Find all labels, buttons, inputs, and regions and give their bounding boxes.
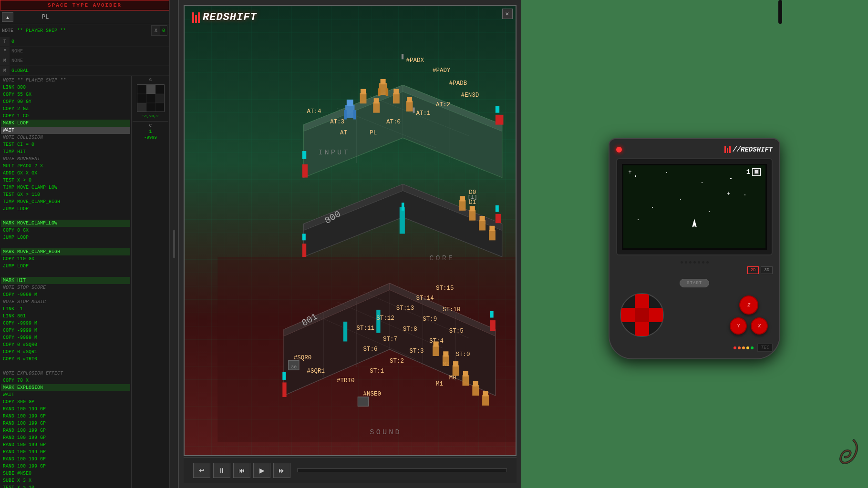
mode-2d-button[interactable]: 2D	[747, 266, 759, 274]
gb-score: 1 🔲	[746, 168, 761, 176]
svg-rect-53	[302, 244, 306, 257]
svg-text:ST:7: ST:7	[383, 336, 397, 343]
step-back-button[interactable]: ⏮	[233, 463, 250, 478]
svg-rect-118	[443, 356, 449, 366]
c-label: C	[149, 123, 152, 128]
close-button[interactable]: ✕	[502, 9, 513, 19]
svg-text:AT:4: AT:4	[307, 108, 321, 115]
svg-rect-21	[402, 54, 403, 59]
note-prefix: NOTE	[2, 28, 13, 33]
code-line: TJMP HIT	[1, 148, 130, 155]
gameboy-header: //REDSHIFT	[616, 146, 773, 153]
svg-rect-89	[343, 322, 347, 342]
title-bar: SPACE TYPE AVOIDER	[0, 0, 169, 10]
game-canvas-container[interactable]: REDSHIFT ✕	[184, 5, 517, 456]
svg-text:ST:15: ST:15	[436, 285, 454, 292]
svg-rect-64	[469, 210, 475, 221]
code-line: NOTE STOP MUSIC	[1, 298, 130, 305]
code-line	[1, 213, 130, 220]
star-9	[638, 219, 639, 220]
code-line: TEST GX > 110	[1, 191, 130, 198]
code-line: NOTE MOVEMENT	[1, 155, 130, 163]
star-6	[652, 207, 653, 208]
svg-rect-37	[393, 93, 400, 103]
svg-text:ST:14: ST:14	[416, 295, 434, 302]
z-button[interactable]: Z	[739, 295, 758, 315]
code-line: COPY 0 #TRI0	[1, 356, 130, 363]
svg-text:AT:0: AT:0	[386, 119, 401, 125]
code-line: RAND 100 199 GP	[1, 441, 130, 448]
svg-rect-126	[482, 395, 489, 406]
star-5	[744, 194, 745, 195]
svg-rect-62	[459, 200, 466, 211]
m-label-1: M	[0, 56, 10, 65]
code-line: RAND 100 199 GP	[1, 463, 130, 470]
svg-rect-36	[386, 88, 389, 96]
code-lines[interactable]: NOTE ** PLAYER SHIP ** LINK 800 COPY 55 …	[0, 76, 131, 488]
start-button[interactable]: START	[680, 279, 709, 287]
code-line-mark: MARK LOOP	[1, 120, 130, 127]
svg-text:ST:0: ST:0	[456, 351, 470, 358]
svg-rect-116	[433, 346, 439, 356]
star-7	[709, 211, 710, 212]
fast-forward-button[interactable]: ⏭	[273, 463, 290, 478]
code-line: LINK 801	[1, 313, 130, 320]
code-line: RAND 100 199 GP	[1, 427, 130, 434]
svg-rect-56	[496, 205, 499, 212]
code-line: RAND 100 199 GP	[1, 456, 130, 463]
action-buttons: Z Y X	[730, 295, 768, 335]
code-line: NOTE ** PLAYER SHIP **	[1, 77, 130, 84]
code-line: COPY 2 GZ	[1, 105, 130, 112]
svg-rect-69	[489, 226, 495, 231]
svg-text:INPUT: INPUT	[318, 148, 350, 157]
transport-bar: ↩ ⏸ ⏮ ▶ ⏭	[184, 457, 517, 483]
cable-coil	[816, 436, 863, 474]
code-line: JUMP LOOP	[1, 234, 130, 241]
dpad[interactable]	[621, 294, 663, 336]
code-line	[1, 363, 130, 370]
game-logo: REDSHIFT	[192, 11, 257, 23]
svg-text:#SQR0: #SQR0	[294, 355, 311, 361]
x-label: X	[152, 26, 160, 35]
svg-rect-120	[453, 365, 459, 376]
scroll-up-button[interactable]: ▲	[2, 12, 13, 22]
star-3	[702, 182, 703, 183]
code-line: JUMP LOOP	[1, 263, 130, 270]
svg-text:#SQR1: #SQR1	[307, 368, 325, 375]
svg-text:ST:1: ST:1	[370, 368, 384, 375]
svg-rect-119	[443, 351, 448, 356]
code-line-selected[interactable]: WAIT	[1, 127, 130, 134]
code-line	[1, 270, 130, 277]
code-line: SUBI #NSE0	[1, 470, 130, 477]
svg-rect-117	[433, 341, 438, 346]
code-line: COPY 300 GP	[1, 398, 130, 406]
svg-rect-43	[373, 102, 380, 112]
svg-rect-124	[472, 385, 479, 396]
play-button[interactable]: ▶	[253, 463, 270, 478]
svg-rect-66	[479, 220, 486, 230]
svg-rect-57	[400, 207, 405, 234]
svg-rect-65	[470, 206, 475, 211]
code-line: NOTE STOP SCORE	[1, 284, 130, 291]
code-line-mark: MARK HIT	[1, 277, 130, 284]
code-line: COPY 110 GX	[1, 255, 130, 263]
svg-rect-86	[282, 372, 286, 380]
mode-3d-button[interactable]: 3D	[761, 266, 773, 274]
svg-rect-127	[483, 391, 488, 396]
code-line: MULI #PADX 2 X	[1, 163, 130, 170]
gb-start-select: START	[616, 279, 773, 287]
pause-button[interactable]: ⏸	[213, 463, 230, 478]
led-strip	[734, 346, 754, 349]
svg-text:SOUND: SOUND	[370, 428, 402, 437]
progress-bar[interactable]	[297, 468, 507, 472]
y-button[interactable]: Y	[730, 317, 747, 335]
star-4	[730, 178, 732, 179]
svg-text:D1: D1	[469, 199, 476, 206]
svg-text:M1: M1	[436, 381, 443, 387]
svg-rect-121	[453, 361, 458, 366]
rewind-button[interactable]: ↩	[193, 463, 210, 478]
code-line: COPY 1 CO	[1, 112, 130, 120]
x-button[interactable]: X	[751, 317, 768, 335]
code-line: TEST X > 10	[1, 484, 130, 488]
cable	[778, 0, 782, 24]
